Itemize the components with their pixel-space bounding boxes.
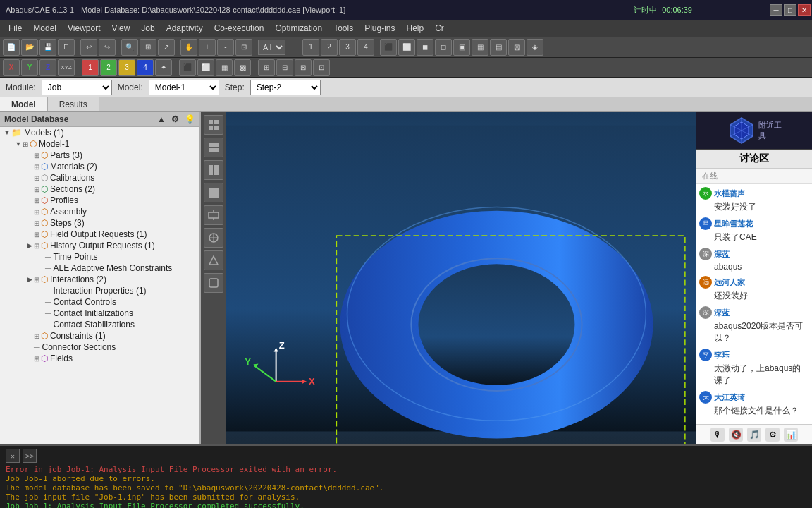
step-select[interactable]: Step-2 [250, 80, 321, 95]
side-toolbar-3[interactable]: ⊠ [295, 59, 312, 76]
vp-side-btn1[interactable] [204, 115, 223, 135]
pan-button[interactable]: ✋ [180, 39, 197, 56]
tree-item-materials[interactable]: ⊞ ⬡ Materials (2) [0, 161, 199, 172]
side-toolbar-2[interactable]: ⊟ [276, 59, 293, 76]
side-toolbar-4[interactable]: ⊡ [313, 59, 330, 76]
menu-model[interactable]: Model [27, 23, 62, 33]
vp-side-btn2[interactable] [204, 138, 223, 157]
axis-x[interactable]: X [3, 59, 20, 76]
vp-side-btn6[interactable] [204, 228, 223, 248]
display-2[interactable]: ⬜ [398, 39, 415, 56]
tree-item-fields[interactable]: ⊞ ⬡ Fields [0, 353, 199, 364]
minimize-button[interactable]: ─ [770, 4, 782, 16]
fit-button[interactable]: ⊡ [235, 39, 252, 56]
3d-viewport[interactable]: Z Y X [226, 112, 696, 445]
axis-z[interactable]: Z [39, 59, 56, 76]
side-toolbar-1[interactable]: ⊞ [258, 59, 275, 76]
tree-item-connector-sections[interactable]: ─ Connector Sections [0, 341, 199, 353]
module-select[interactable]: Job [42, 80, 112, 95]
num3-btn[interactable]: 3 [118, 59, 135, 76]
mute-button[interactable]: 🔇 [729, 428, 743, 442]
menu-cr[interactable]: Cr [429, 23, 450, 33]
mic-button[interactable]: 🎙 [710, 428, 725, 442]
num1-btn[interactable]: 1 [82, 59, 99, 76]
close-button[interactable]: ✕ [798, 4, 811, 16]
tree-item-ale[interactable]: ─ ALE Adaptive Mesh Constraints [0, 262, 199, 274]
tree-item-contact-controls[interactable]: ─ Contact Controls [0, 296, 199, 308]
vp-side-btn8[interactable] [204, 273, 223, 293]
undo-button[interactable]: ↩ [80, 39, 97, 56]
open-button[interactable]: 📂 [21, 39, 38, 56]
menu-job[interactable]: Job [135, 23, 160, 33]
axis-y[interactable]: Y [21, 59, 38, 76]
display-6[interactable]: ▦ [472, 39, 488, 56]
menu-view[interactable]: View [106, 23, 136, 33]
menu-adaptivity[interactable]: Adaptivity [161, 23, 209, 33]
mesh-2[interactable]: ⬜ [197, 59, 214, 76]
tree-filter-icon[interactable]: ⚙ [171, 114, 179, 124]
display-8[interactable]: ▧ [508, 39, 525, 56]
music-button[interactable]: 🎵 [747, 428, 761, 442]
num2-btn[interactable]: 2 [100, 59, 117, 76]
vp-side-btn7[interactable] [204, 250, 223, 270]
tree-expand-icon[interactable]: 💡 [185, 114, 195, 124]
tree-up-icon[interactable]: ▲ [157, 114, 166, 124]
display-4[interactable]: ◻ [435, 39, 452, 56]
model-select[interactable]: Model-1 [149, 80, 219, 95]
display-7[interactable]: ▤ [490, 39, 507, 56]
tab-results[interactable]: Results [48, 97, 99, 111]
tree-item-interaction-props[interactable]: ─ Interaction Properties (1) [0, 285, 199, 296]
num4-btn[interactable]: 4 [137, 59, 154, 76]
zoom-out-button[interactable]: - [217, 39, 234, 56]
display-9[interactable]: ◈ [527, 39, 543, 56]
mesh-1[interactable]: ⬛ [179, 59, 196, 76]
tree-item-calibrations[interactable]: ⊞ ⬡ Calibrations [0, 172, 199, 183]
tree-item-field-output[interactable]: ⊞ ⬡ Field Output Requests (1) [0, 229, 199, 240]
view-4[interactable]: 4 [357, 39, 374, 56]
save-button[interactable]: 💾 [39, 39, 56, 56]
mesh-4[interactable]: ▩ [234, 59, 251, 76]
tree-item-history-output[interactable]: ▶ ⊞ ⬡ History Output Requests (1) [0, 240, 199, 251]
menu-file[interactable]: File [3, 23, 27, 33]
rotate-button[interactable]: ↗ [158, 39, 175, 56]
mesh-3[interactable]: ▦ [216, 59, 233, 76]
display-5[interactable]: ▣ [453, 39, 470, 56]
tree-item-models[interactable]: ▼ 📁 Models (1) [0, 127, 199, 138]
menu-plugins[interactable]: Plug-ins [359, 23, 400, 33]
tree-item-sections[interactable]: ⊞ ⬡ Sections (2) [0, 183, 199, 195]
menu-viewport[interactable]: Viewport [62, 23, 106, 33]
select-button[interactable]: ⊞ [140, 39, 156, 56]
view-2[interactable]: 2 [321, 39, 338, 56]
zoom-button[interactable]: 🔍 [121, 39, 138, 56]
zoom-in-button[interactable]: + [199, 39, 216, 56]
settings-button[interactable]: ⚙ [765, 428, 780, 442]
tab-model[interactable]: Model [0, 97, 48, 111]
vp-side-btn5[interactable] [204, 205, 223, 225]
tree-item-model1[interactable]: ▼ ⊞ ⬡ Model-1 [0, 138, 199, 150]
chart-button[interactable]: 📊 [784, 428, 798, 442]
tree-item-profiles[interactable]: ⊞ ⬡ Profiles [0, 195, 199, 206]
menu-help[interactable]: Help [401, 23, 430, 33]
tree-item-interactions[interactable]: ▶ ⊞ ⬡ Interactions (2) [0, 274, 199, 285]
menu-optimization[interactable]: Optimization [269, 23, 328, 33]
axis-all[interactable]: XYZ [58, 59, 75, 76]
redo-button[interactable]: ↪ [99, 39, 116, 56]
console-clear-button[interactable]: ✕ [6, 449, 20, 463]
tree-item-parts[interactable]: ⊞ ⬡ Parts (3) [0, 150, 199, 161]
tree-item-constraints[interactable]: ⊞ ⬡ Constraints (1) [0, 330, 199, 341]
tree-item-time-points[interactable]: ─ Time Points [0, 251, 199, 262]
new-button[interactable]: 📄 [3, 39, 20, 56]
display-1[interactable]: ⬛ [380, 39, 397, 56]
maximize-button[interactable]: □ [784, 4, 796, 16]
vp-side-btn3[interactable] [204, 160, 223, 180]
all-select[interactable]: All [258, 40, 285, 55]
tree-item-contact-init[interactable]: ─ Contact Initializations [0, 308, 199, 319]
menu-coexecution[interactable]: Co-execution [209, 23, 270, 33]
star-btn[interactable]: ✦ [155, 59, 172, 76]
view-3[interactable]: 3 [339, 39, 356, 56]
display-3[interactable]: ◼ [417, 39, 433, 56]
vp-side-btn4[interactable] [204, 183, 223, 202]
tree-item-contact-stab[interactable]: ─ Contact Stabilizations [0, 319, 199, 330]
save-copy-button[interactable]: 🗒 [58, 39, 75, 56]
tree-item-assembly[interactable]: ⊞ ⬡ Assembly [0, 206, 199, 217]
